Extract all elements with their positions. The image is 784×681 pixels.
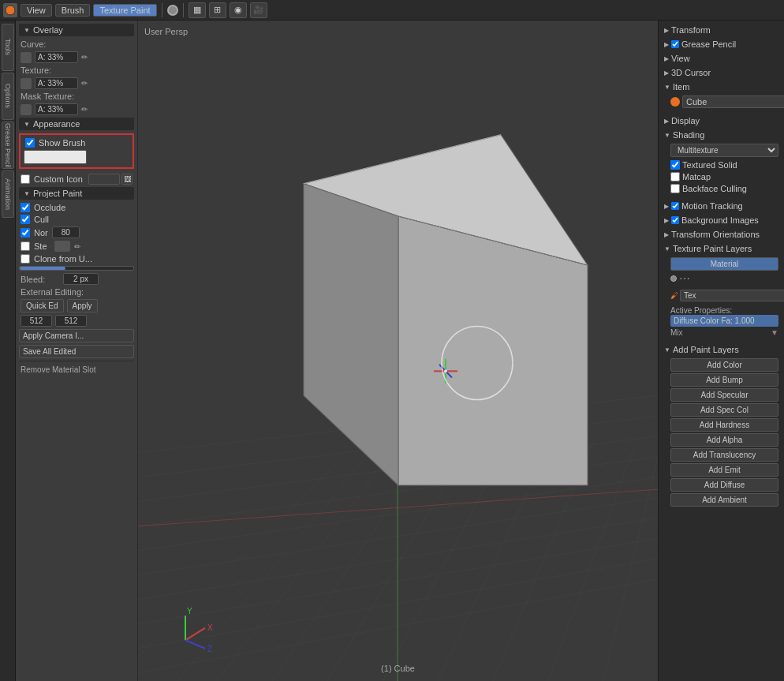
grease-pencil-tab[interactable]: Grease Pencil xyxy=(2,122,14,169)
ste-label: Ste xyxy=(34,241,47,251)
textured-solid-checkbox[interactable] xyxy=(670,160,680,170)
add-bump-button[interactable]: Add Bump xyxy=(670,373,778,387)
apply-camera-button[interactable]: Apply Camera I... xyxy=(19,329,134,342)
cull-checkbox[interactable] xyxy=(21,215,30,224)
show-brush-checkbox[interactable] xyxy=(25,138,35,148)
matcap-label: Matcap xyxy=(682,172,711,181)
clone-checkbox[interactable] xyxy=(21,254,30,264)
grid-icon[interactable]: ▦ xyxy=(189,2,206,18)
main-content: Tools Options Grease Pencil Animation Ov… xyxy=(0,21,784,681)
item-name-input[interactable] xyxy=(682,95,784,108)
nor-row: Nor xyxy=(19,226,134,238)
add-emit-button[interactable]: Add Emit xyxy=(670,463,778,477)
custom-icon-row: Custom Icon 🖼 xyxy=(19,174,134,185)
shading-header[interactable]: Shading xyxy=(661,128,782,142)
paint-icon: 🖌 xyxy=(670,291,678,300)
remove-material-row[interactable]: Remove Material Slot xyxy=(19,361,134,377)
motion-tracking-checkbox[interactable] xyxy=(671,202,679,210)
backface-label: Backface Culling xyxy=(682,184,747,193)
shading-dropdown[interactable]: Multitexture xyxy=(670,144,778,157)
material-button[interactable]: Material xyxy=(670,257,778,271)
quick-ed-button[interactable]: Quick Ed xyxy=(21,299,64,312)
matcap-checkbox[interactable] xyxy=(670,172,680,181)
ste-edit-icon[interactable]: ✏ xyxy=(74,242,80,251)
matcap-row: Matcap xyxy=(670,172,778,181)
backface-row: Backface Culling xyxy=(670,184,778,193)
apply-button[interactable]: Apply xyxy=(67,299,98,312)
tools-tab[interactable]: Tools xyxy=(2,24,14,71)
transform-header[interactable]: Transform xyxy=(661,23,782,37)
mask-input-row: ✏ xyxy=(19,103,134,115)
brush-color-swatch[interactable] xyxy=(24,150,87,164)
add-alpha-button[interactable]: Add Alpha xyxy=(670,433,778,447)
viewport[interactable]: User Persp xyxy=(138,21,658,681)
ste-checkbox[interactable] xyxy=(21,241,30,251)
cull-label: Cull xyxy=(34,215,49,224)
clone-label: Clone from U... xyxy=(34,254,92,264)
view-menu[interactable]: View xyxy=(21,4,52,17)
nor-label: Nor xyxy=(34,228,48,238)
mask-input[interactable] xyxy=(35,103,78,115)
bg-images-checkbox[interactable] xyxy=(671,216,679,224)
options-tab[interactable]: Options xyxy=(2,73,14,120)
occlude-checkbox[interactable] xyxy=(21,203,30,212)
add-color-button[interactable]: Add Color xyxy=(670,358,778,372)
nor-input[interactable] xyxy=(52,226,80,238)
custom-icon-checkbox[interactable] xyxy=(21,174,30,184)
cursor-header[interactable]: 3D Cursor xyxy=(661,65,782,80)
left-vertical-toolbar: Tools Options Grease Pencil Animation xyxy=(0,21,16,681)
add-paint-layers-header[interactable]: Add Paint Layers xyxy=(661,342,782,357)
grease-pencil-header[interactable]: Grease Pencil xyxy=(661,37,782,51)
mix-row: Mix ▼ xyxy=(670,328,778,337)
texture-paint-layers-header[interactable]: Texture Paint Layers xyxy=(661,241,782,256)
tex-input[interactable] xyxy=(680,290,784,301)
paint-slider[interactable] xyxy=(19,266,134,271)
show-brush-row: Show Brush xyxy=(24,138,129,148)
top-bar: View Brush Texture Paint ▦ ⊞ ◉ 🎥 xyxy=(0,0,784,21)
appearance-section-header[interactable]: Appearance xyxy=(19,118,134,130)
layout-icon[interactable]: ⊞ xyxy=(209,2,226,18)
brush-menu[interactable]: Brush xyxy=(55,4,91,17)
add-spec-col-button[interactable]: Add Spec Col xyxy=(670,403,778,417)
add-ambient-button[interactable]: Add Ambient xyxy=(670,493,778,507)
mask-label: Mask Texture: xyxy=(21,92,74,101)
layer-controls-row: ⋯ xyxy=(670,272,778,285)
add-diffuse-button[interactable]: Add Diffuse xyxy=(670,478,778,492)
texture-input[interactable] xyxy=(35,77,78,89)
blender-icon[interactable] xyxy=(3,3,17,17)
diffuse-row[interactable]: Diffuse Color Fa: 1.000 xyxy=(670,315,778,327)
texture-paint-menu[interactable]: Texture Paint xyxy=(93,4,156,17)
bg-images-header[interactable]: Background Images xyxy=(661,213,782,227)
transform-orient-header[interactable]: Transform Orientations xyxy=(661,227,782,241)
save-all-button[interactable]: Save All Edited xyxy=(19,345,134,358)
bleed-input[interactable] xyxy=(63,273,99,285)
size1-input[interactable] xyxy=(21,315,52,327)
motion-tracking-label: Motion Tracking xyxy=(681,201,743,211)
add-specular-button[interactable]: Add Specular xyxy=(670,388,778,402)
animation-tab[interactable]: Animation xyxy=(2,170,14,218)
display-header[interactable]: Display xyxy=(661,114,782,128)
curve-label: Curve: xyxy=(21,39,60,49)
motion-tracking-header[interactable]: Motion Tracking xyxy=(661,199,782,213)
view-header[interactable]: View xyxy=(661,51,782,65)
svg-point-0 xyxy=(6,6,15,15)
add-hardness-button[interactable]: Add Hardness xyxy=(670,418,778,432)
render-icon[interactable]: ◉ xyxy=(230,2,247,18)
camera-icon[interactable]: 🎥 xyxy=(250,2,267,18)
curve-edit-icon[interactable]: ✏ xyxy=(81,53,88,62)
grease-pencil-checkbox[interactable] xyxy=(671,40,679,48)
item-header[interactable]: Item xyxy=(661,80,782,94)
mask-edit-icon[interactable]: ✏ xyxy=(81,105,88,114)
nor-checkbox[interactable] xyxy=(21,228,30,238)
curve-input[interactable] xyxy=(35,51,78,63)
backface-checkbox[interactable] xyxy=(670,184,680,193)
add-translucency-button[interactable]: Add Translucency xyxy=(670,448,778,462)
size2-input[interactable] xyxy=(55,315,87,327)
shading-content: Multitexture Textured Solid Matcap Backf… xyxy=(661,142,782,199)
overlay-section-header[interactable]: Overlay xyxy=(19,24,134,36)
textured-solid-row: Textured Solid xyxy=(670,160,778,170)
project-paint-header[interactable]: Project Paint xyxy=(19,187,134,200)
texture-edit-icon[interactable]: ✏ xyxy=(81,79,88,88)
viewport-bottom-label: (1) Cube xyxy=(381,664,415,673)
mask-texture-row: Mask Texture: xyxy=(19,92,134,101)
